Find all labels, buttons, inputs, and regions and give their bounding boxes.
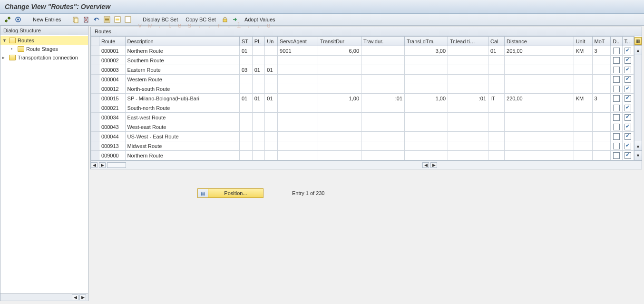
cell-st[interactable]: [239, 132, 252, 141]
cell-trleadti[interactable]: [448, 56, 488, 65]
cell-cal[interactable]: [488, 56, 505, 65]
caret-down-icon[interactable]: ▼: [2, 38, 7, 43]
cell-mot[interactable]: [592, 65, 611, 75]
cell-transitdur[interactable]: [318, 122, 361, 132]
cell-transitdur[interactable]: 1,00: [318, 94, 361, 103]
cell-st[interactable]: [239, 103, 252, 113]
cell-unit[interactable]: [574, 75, 592, 84]
cell-route[interactable]: 000021: [99, 103, 125, 113]
select-block-icon[interactable]: [114, 16, 121, 23]
grid-vscroll[interactable]: ▦ ▲ ▲ ▼: [634, 36, 642, 160]
cell-trleadti[interactable]: [448, 84, 488, 94]
cell-travdur[interactable]: [361, 132, 405, 141]
cell-route[interactable]: 000015: [99, 94, 125, 103]
cell-t-checkbox[interactable]: [622, 84, 634, 94]
row-selector[interactable]: [91, 75, 99, 84]
cell-un[interactable]: [265, 122, 278, 132]
cell-description[interactable]: Western Route: [125, 75, 239, 84]
select-all-header[interactable]: [91, 37, 99, 46]
cell-trleadti[interactable]: [448, 65, 488, 75]
row-selector[interactable]: [91, 65, 99, 75]
cell-st[interactable]: 01: [239, 94, 252, 103]
scroll-down-icon[interactable]: ▼: [634, 151, 642, 160]
col-description[interactable]: Description: [125, 37, 239, 46]
cell-st[interactable]: [239, 141, 252, 151]
cell-t-checkbox[interactable]: [622, 94, 634, 103]
cell-distance[interactable]: [505, 56, 574, 65]
cell-cal[interactable]: [488, 103, 505, 113]
caret-right-icon[interactable]: ▸: [2, 55, 7, 60]
cell-trleadti[interactable]: [448, 46, 488, 56]
cell-pl[interactable]: [252, 151, 265, 160]
cell-st[interactable]: [239, 75, 252, 84]
col-st[interactable]: ST: [239, 37, 252, 46]
cell-servcagent[interactable]: [278, 113, 318, 122]
row-selector[interactable]: [91, 84, 99, 94]
cell-trleadti[interactable]: :01: [448, 94, 488, 103]
cell-transldtm[interactable]: [405, 56, 448, 65]
table-row[interactable]: 009000Northern Route: [91, 151, 634, 160]
cell-t-checkbox[interactable]: [622, 75, 634, 84]
cell-t-checkbox[interactable]: [622, 46, 634, 56]
cell-unit[interactable]: [574, 151, 592, 160]
row-selector[interactable]: [91, 113, 99, 122]
cell-un[interactable]: [265, 141, 278, 151]
cell-un[interactable]: [265, 56, 278, 65]
cell-un[interactable]: 01: [265, 94, 278, 103]
cell-servcagent[interactable]: [278, 75, 318, 84]
cell-travdur[interactable]: [361, 113, 405, 122]
cell-distance[interactable]: [505, 132, 574, 141]
cell-trleadti[interactable]: [448, 132, 488, 141]
cell-transldtm[interactable]: 1,00: [405, 94, 448, 103]
cell-transldtm[interactable]: [405, 141, 448, 151]
col-t[interactable]: T..: [622, 37, 634, 46]
cell-mot[interactable]: 3: [592, 46, 611, 56]
cell-pl[interactable]: 01: [252, 94, 265, 103]
row-selector[interactable]: [91, 56, 99, 65]
cell-un[interactable]: [265, 103, 278, 113]
cell-description[interactable]: North-south Route: [125, 84, 239, 94]
cell-route[interactable]: 000012: [99, 84, 125, 94]
cell-mot[interactable]: [592, 132, 611, 141]
scroll-left-icon[interactable]: ◀: [91, 162, 98, 168]
table-row[interactable]: 000043West-east Route: [91, 122, 634, 132]
cell-transitdur[interactable]: [318, 65, 361, 75]
cell-d-checkbox[interactable]: [611, 84, 622, 94]
cell-distance[interactable]: [505, 141, 574, 151]
col-cal[interactable]: Cal: [488, 37, 505, 46]
cell-travdur[interactable]: :01: [361, 94, 405, 103]
col-unit[interactable]: Unit: [574, 37, 592, 46]
cell-pl[interactable]: [252, 103, 265, 113]
cell-t-checkbox[interactable]: [622, 65, 634, 75]
cell-distance[interactable]: [505, 113, 574, 122]
grid-hscroll[interactable]: ◀ ▶ ◀ ▶: [91, 160, 642, 169]
cell-travdur[interactable]: [361, 84, 405, 94]
cell-pl[interactable]: [252, 84, 265, 94]
cell-distance[interactable]: [505, 122, 574, 132]
cell-route[interactable]: 000034: [99, 113, 125, 122]
cell-travdur[interactable]: [361, 56, 405, 65]
cell-route[interactable]: 000004: [99, 75, 125, 84]
cell-cal[interactable]: [488, 151, 505, 160]
cell-distance[interactable]: [505, 103, 574, 113]
position-button[interactable]: ▤ Position...: [197, 188, 263, 198]
other-view-icon[interactable]: [14, 16, 22, 23]
row-selector[interactable]: [91, 46, 99, 56]
row-selector[interactable]: [91, 151, 99, 160]
table-row[interactable]: 000001Northern Route0190016,003,0001205,…: [91, 46, 634, 56]
cell-st[interactable]: 01: [239, 46, 252, 56]
cell-pl[interactable]: [252, 122, 265, 132]
cell-unit[interactable]: KM: [574, 46, 592, 56]
row-selector[interactable]: [91, 122, 99, 132]
cell-st[interactable]: [239, 56, 252, 65]
cell-unit[interactable]: KM: [574, 94, 592, 103]
col-servcagent[interactable]: ServcAgent: [278, 37, 318, 46]
delete-icon[interactable]: [82, 16, 90, 23]
tree-node-route-stages[interactable]: • Route Stages: [0, 45, 88, 53]
cell-distance[interactable]: [505, 84, 574, 94]
cell-distance[interactable]: [505, 75, 574, 84]
cell-pl[interactable]: [252, 75, 265, 84]
cell-description[interactable]: South-north Route: [125, 103, 239, 113]
cell-servcagent[interactable]: [278, 84, 318, 94]
cell-description[interactable]: Southern Route: [125, 56, 239, 65]
